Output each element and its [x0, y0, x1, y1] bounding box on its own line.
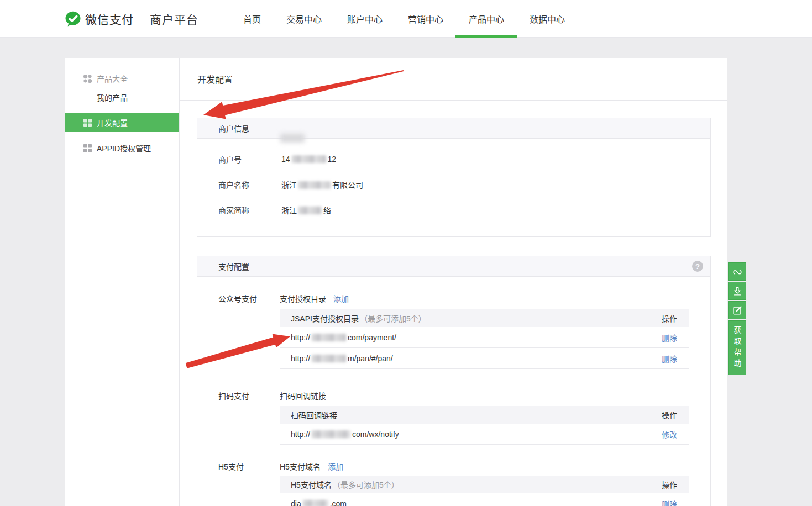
merchant-shortname-row: 商家简称 浙江络: [197, 204, 710, 215]
redacted-text: [312, 334, 346, 341]
merchant-id-row: 商户号 1412: [197, 154, 710, 164]
table-row: http://com/wx/notify 修改: [280, 424, 689, 445]
table-title: JSAPI支付授权目录: [291, 313, 359, 324]
group-label: 公众号支付: [218, 293, 280, 304]
action-column-header: 操作: [662, 409, 677, 420]
table-row: dia.com 删除: [280, 493, 689, 506]
url-value: http://com/payment/: [291, 333, 396, 342]
nav-item-product-center[interactable]: 产品中心: [469, 0, 504, 38]
field-label: 商户号: [197, 154, 260, 165]
grid-squares-icon: [83, 144, 92, 153]
nav-item-data-center[interactable]: 数据中心: [530, 0, 565, 38]
table-header: H5支付域名 （最多可添加5个） 操作: [280, 476, 689, 493]
url-value: dia.com: [291, 499, 347, 506]
brand-title: 微信支付: [85, 10, 134, 27]
nav-item-home[interactable]: 首页: [243, 0, 261, 38]
jsapi-pay-group: 公众号支付 支付授权目录 添加: [197, 293, 710, 303]
action-column-header: 操作: [662, 313, 677, 324]
modify-link[interactable]: 修改: [662, 429, 677, 440]
redacted-text: [312, 430, 350, 438]
brand-divider: [142, 13, 142, 25]
sidebar-item-label: 我的产品: [97, 92, 128, 103]
redacted-text: [298, 207, 322, 214]
field-value: 浙江有限公司: [260, 179, 363, 190]
page-title: 开发配置: [180, 58, 727, 101]
sidebar: 产品大全 我的产品 开发配置: [65, 58, 180, 506]
section-title: 商户信息: [218, 123, 249, 134]
top-nav: 首页 交易中心 账户中心 营销中心 产品中心 数据中心: [243, 0, 565, 38]
merchant-name-row: 商户名称 浙江有限公司: [197, 179, 710, 189]
sidebar-item-label: 开发配置: [97, 117, 128, 128]
main-content: 开发配置 商户信息 商户号 1412 商户名称: [180, 58, 727, 506]
table-note: （最多可添加5个）: [360, 313, 426, 324]
nav-item-marketing-center[interactable]: 营销中心: [408, 0, 443, 38]
action-column-header: 操作: [662, 479, 677, 490]
question-mark-icon[interactable]: ?: [692, 261, 703, 272]
table-title: H5支付域名: [291, 479, 332, 490]
url-value: http://com/wx/notify: [291, 430, 399, 439]
feedback-button[interactable]: [728, 301, 746, 319]
group-sublabel: 扫码回调链接: [280, 390, 326, 401]
sidebar-item-label: 产品大全: [97, 73, 128, 84]
merchant-info-header: 商户信息: [197, 118, 710, 139]
payment-config-header: 支付配置 ?: [197, 256, 710, 277]
grid-dots-icon: [83, 74, 92, 83]
group-sublabel: 支付授权目录: [280, 293, 326, 304]
payment-config-body: 公众号支付 支付授权目录 添加 JSAPI支付授权目录 （最多可添加5个） 操作: [197, 293, 710, 506]
h5-pay-group: H5支付 H5支付域名 添加: [197, 461, 710, 471]
wechat-pay-merchant-platform: 微信支付 商户平台 首页 交易中心 账户中心 营销中心 产品中心 数据中心 产: [0, 0, 812, 506]
delete-link[interactable]: 删除: [662, 498, 677, 506]
grid-squares-icon: [83, 118, 92, 128]
h5-domain-table: H5支付域名 （最多可添加5个） 操作 dia.com 删除: [280, 476, 689, 506]
redacted-text: [303, 500, 328, 506]
table-row: http://m/pan/#/pan/ 删除: [280, 348, 689, 369]
get-help-button[interactable]: 获取帮助: [728, 320, 746, 375]
add-link[interactable]: 添加: [328, 461, 343, 472]
download-button[interactable]: [728, 282, 746, 300]
group-label: H5支付: [218, 461, 280, 472]
scan-callback-table: 扫码回调链接 操作 http://com/wx/notify 修改: [280, 406, 689, 445]
platform-title: 商户平台: [150, 10, 198, 27]
merchant-info-body: 商户号 1412 商户名称 浙江有限公司 商家简称 浙江络: [197, 139, 710, 236]
main-panel: 产品大全 我的产品 开发配置: [65, 58, 727, 506]
table-row: http://com/payment/ 删除: [280, 327, 689, 348]
group-sublabel: H5支付域名: [280, 461, 321, 472]
scan-pay-group: 扫码支付 扫码回调链接: [197, 391, 710, 400]
nav-item-account-center[interactable]: 账户中心: [347, 0, 383, 38]
group-label: 扫码支付: [218, 390, 280, 401]
redacted-text: [292, 155, 326, 163]
download-icon: [734, 287, 740, 293]
sidebar-item-product-catalog[interactable]: 产品大全: [65, 69, 179, 88]
top-header: 微信支付 商户平台 首页 交易中心 账户中心 营销中心 产品中心 数据中心: [0, 0, 812, 38]
jsapi-auth-dir-table: JSAPI支付授权目录 （最多可添加5个） 操作 http://com/paym…: [280, 309, 689, 369]
sidebar-item-label: APPID授权管理: [97, 143, 151, 154]
sidebar-item-dev-config[interactable]: 开发配置: [65, 113, 179, 132]
link-icon: [734, 270, 741, 273]
field-value: 浙江络: [260, 204, 331, 215]
nav-item-trade-center[interactable]: 交易中心: [286, 0, 322, 38]
redacted-text: [312, 355, 346, 362]
field-label: 商家简称: [197, 204, 260, 215]
link-button[interactable]: [728, 262, 746, 281]
field-label: 商户名称: [197, 179, 260, 190]
sidebar-item-my-products[interactable]: 我的产品: [65, 88, 179, 107]
section-title: 支付配置: [218, 261, 249, 272]
merchant-info-section: 商户信息 商户号 1412 商户名称 浙江有限公司 商家简称: [197, 118, 711, 237]
table-note: （最多可添加5个）: [333, 479, 399, 490]
table-header: 扫码回调链接 操作: [280, 406, 689, 424]
field-value: 1412: [260, 155, 336, 164]
table-header: JSAPI支付授权目录 （最多可添加5个） 操作: [280, 309, 689, 327]
wechat-pay-logo-icon: [65, 10, 81, 27]
payment-config-section: 支付配置 ? 公众号支付 支付授权目录 添加 JSAP: [197, 256, 711, 506]
url-value: http://m/pan/#/pan/: [291, 354, 393, 363]
add-link[interactable]: 添加: [333, 293, 349, 304]
delete-link[interactable]: 删除: [662, 332, 677, 343]
floating-toolbar: 获取帮助: [728, 262, 746, 376]
sidebar-item-appid-auth[interactable]: APPID授权管理: [65, 139, 179, 157]
brand-logo[interactable]: 微信支付 商户平台: [65, 0, 198, 38]
delete-link[interactable]: 删除: [662, 353, 677, 364]
table-title: 扫码回调链接: [291, 409, 337, 420]
redacted-text: [298, 181, 331, 189]
